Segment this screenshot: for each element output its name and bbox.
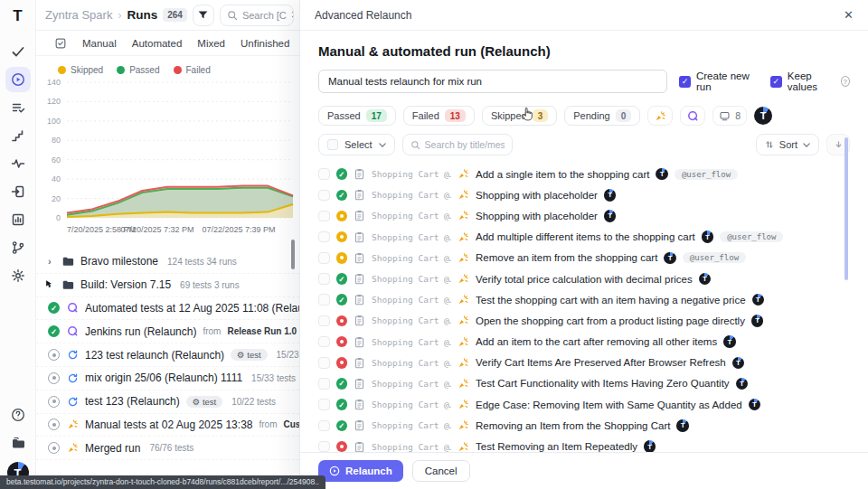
rail-item-runs[interactable]	[5, 67, 31, 92]
milestone-row[interactable]: ›Bravo milestone124 tests 34 runs	[36, 250, 299, 274]
test-title[interactable]: Verify total price calculation with deci…	[476, 274, 693, 285]
keep-values-checkbox[interactable]: ✓ Keep values ?	[770, 71, 850, 92]
test-row[interactable]: Shopping Cart @…Verify Cart Items Are Pr…	[318, 353, 850, 373]
test-checkbox[interactable]	[318, 190, 330, 202]
tests-search-input[interactable]: Search by title/messag	[402, 134, 513, 155]
tab-automated[interactable]: Automated	[132, 38, 183, 49]
tab-mixed[interactable]: Mixed	[197, 38, 225, 49]
help-icon[interactable]: ?	[841, 76, 850, 87]
rail-item-projects[interactable]	[5, 430, 31, 456]
test-title[interactable]: Shopping with placeholder	[476, 211, 598, 221]
test-checkbox[interactable]	[318, 420, 330, 432]
assignee-avatar[interactable]: T	[754, 107, 772, 125]
run-row[interactable]: 123 test relaunch (Relaunch)⚙ test15/23 …	[36, 343, 299, 367]
filter-button[interactable]	[193, 5, 214, 26]
test-title[interactable]: Test the shopping cart with an item havi…	[476, 295, 746, 306]
test-checkbox[interactable]	[318, 336, 330, 348]
tab-manual[interactable]: Manual	[82, 38, 117, 49]
rail-item-help[interactable]	[5, 402, 31, 428]
run-title[interactable]: 123 test relaunch (Relaunch)	[85, 349, 224, 362]
run-title[interactable]: Automated tests at 12 Aug 2025 11:08 (Re…	[85, 302, 299, 315]
test-title[interactable]: Remove an item from the shopping cart	[476, 252, 657, 263]
create-new-run-checkbox[interactable]: ✓ Create new run	[679, 71, 757, 92]
rail-item-import[interactable]	[5, 179, 31, 204]
rail-item-tasks[interactable]	[5, 95, 31, 120]
app-logo[interactable]: T	[7, 5, 29, 27]
test-title[interactable]: Removing an Item from the Shopping Cart	[476, 420, 670, 431]
run-row[interactable]: mix origin 25/06 (Relaunch) 111115/33 te…	[36, 367, 299, 390]
comments-filter-button[interactable]: 8	[712, 106, 747, 126]
test-title[interactable]: Add a single item to the shopping cart	[476, 169, 649, 180]
test-title[interactable]: Shopping with placeholder	[476, 190, 598, 201]
tab-unfinished[interactable]: Unfinished	[241, 38, 289, 49]
run-row[interactable]: Jenkins run (Relaunch)fromRelease Run 1.…	[36, 320, 299, 343]
global-search-input[interactable]: Search [C ✕	[220, 5, 294, 26]
run-title[interactable]: mix origin 25/06 (Relaunch) 1111	[85, 371, 242, 384]
test-checkbox[interactable]	[318, 441, 330, 452]
rail-item-pulse[interactable]	[5, 151, 31, 176]
rail-item-branch[interactable]	[5, 235, 31, 260]
search-clear-icon[interactable]: ✕	[291, 9, 294, 21]
test-checkbox[interactable]	[318, 399, 330, 410]
rail-item-report[interactable]	[5, 207, 31, 232]
test-checkbox[interactable]	[318, 252, 330, 264]
filter-pill-passed[interactable]: Passed17	[318, 106, 396, 126]
test-title[interactable]: Edge Case: Removing Item with Same Quant…	[476, 400, 742, 410]
run-name-input[interactable]	[318, 70, 667, 93]
run-title[interactable]: Jenkins run (Relaunch)	[85, 325, 196, 338]
run-row[interactable]: Automated tests at 12 Aug 2025 11:08 (Re…	[36, 297, 299, 321]
test-row[interactable]: Shopping Cart @…Add a single item to the…	[318, 164, 850, 184]
test-row[interactable]: Shopping Cart @…Add an item to the cart …	[318, 332, 850, 353]
filter-pill-pending[interactable]: Pending0	[564, 106, 640, 126]
sort-dropdown[interactable]: Sort	[756, 134, 819, 155]
select-dropdown[interactable]: Select	[318, 134, 395, 155]
run-title[interactable]: Manual tests at 02 Aug 2025 13:38	[85, 418, 252, 431]
relaunch-button[interactable]: Relaunch	[318, 460, 403, 482]
rail-item-check[interactable]	[5, 39, 31, 64]
filter-pill-failed[interactable]: Failed13	[403, 106, 475, 126]
rail-item-steps[interactable]	[5, 123, 31, 148]
breadcrumb-project[interactable]: Zyntra Spark	[45, 8, 112, 22]
filter-pill-skipped[interactable]: Skipped3	[482, 106, 557, 126]
test-row[interactable]: Shopping Cart @…Shopping with placeholde…	[318, 184, 850, 205]
test-title[interactable]: Verify Cart Items Are Preserved After Br…	[476, 357, 726, 368]
test-checkbox[interactable]	[318, 211, 330, 222]
milestone-row[interactable]: ›Build: Version 7.1569 tests 3 runs	[36, 274, 299, 297]
filter-icon-button-automated-q[interactable]	[680, 106, 705, 126]
board-icon[interactable]	[54, 37, 67, 50]
run-row[interactable]: Merged run76/76 tests	[36, 437, 299, 460]
test-title[interactable]: Add an item to the cart after removing a…	[476, 336, 717, 347]
run-title[interactable]: Merged run	[85, 442, 140, 455]
test-checkbox[interactable]	[318, 378, 330, 390]
test-title[interactable]: Test Cart Functionality with Items Havin…	[476, 378, 730, 389]
test-row[interactable]: Shopping Cart @…Removing an Item from th…	[318, 415, 850, 436]
run-row[interactable]: test 123 (Relaunch)⚙ test10/22 tests	[36, 390, 299, 414]
checkbox-checked-icon[interactable]: ✓	[770, 76, 782, 88]
test-checkbox[interactable]	[318, 294, 330, 306]
checkbox-checked-icon[interactable]: ✓	[679, 76, 691, 88]
test-title[interactable]: Add multiple different items to the shop…	[476, 231, 695, 242]
test-row[interactable]: Shopping Cart @…Test the shopping cart w…	[318, 289, 850, 310]
cancel-button[interactable]: Cancel	[412, 460, 470, 482]
test-row[interactable]: Shopping Cart @…Open the shopping cart f…	[318, 310, 850, 331]
run-title[interactable]: test 123 (Relaunch)	[85, 395, 180, 408]
test-row[interactable]: Shopping Cart @…Edge Case: Removing Item…	[318, 394, 850, 415]
select-all-checkbox[interactable]	[327, 139, 338, 150]
test-checkbox[interactable]	[318, 357, 330, 369]
run-row[interactable]: Manual tests at 02 Aug 2025 13:38fromCus…	[36, 414, 299, 437]
test-row[interactable]: Shopping Cart @…Test Removing an Item Re…	[318, 436, 850, 452]
tests-list-scrollbar[interactable]	[844, 137, 848, 280]
filter-icon-button-spark[interactable]	[647, 106, 673, 126]
test-title[interactable]: Test Removing an Item Repeatedly	[476, 441, 637, 452]
close-icon[interactable]: ✕	[844, 8, 854, 22]
chevron-right-icon[interactable]: ›	[48, 256, 55, 267]
test-checkbox[interactable]	[318, 168, 330, 180]
test-row[interactable]: Shopping Cart @…Shopping with placeholde…	[318, 205, 850, 226]
left-panel-scrollbar[interactable]	[291, 240, 295, 269]
test-title[interactable]: Open the shopping cart from a product li…	[476, 315, 745, 326]
test-row[interactable]: Shopping Cart @…Test Cart Functionality …	[318, 373, 850, 394]
test-row[interactable]: Shopping Cart @…Remove an item from the …	[318, 248, 850, 268]
test-checkbox[interactable]	[318, 273, 330, 285]
test-checkbox[interactable]	[318, 315, 330, 327]
test-row[interactable]: Shopping Cart @…Verify total price calcu…	[318, 268, 850, 289]
